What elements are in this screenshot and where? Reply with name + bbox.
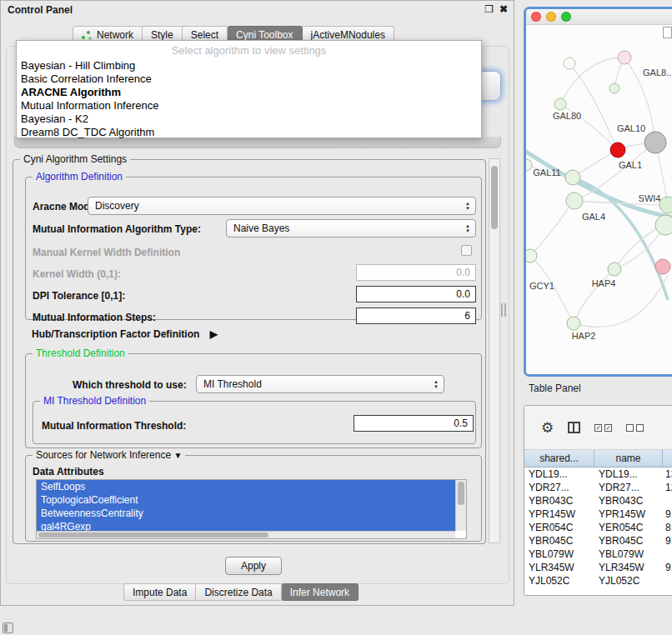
combo-arrows-icon: ▲▼	[434, 379, 439, 389]
network-node[interactable]	[564, 58, 575, 69]
table-row[interactable]: YPR145WYPR145W9.	[524, 508, 672, 521]
table-cell: 9.	[663, 508, 672, 521]
close-window-light[interactable]	[531, 12, 541, 22]
mi-steps-input[interactable]: 6	[356, 308, 476, 324]
select-all-columns-icon[interactable]: ✓✓	[594, 424, 612, 432]
network-edge[interactable]	[530, 205, 570, 256]
column-header-shared[interactable]: shared...	[524, 450, 594, 467]
table-row[interactable]: YJL052CYJL052C	[524, 574, 672, 588]
network-node[interactable]	[608, 262, 621, 276]
cyni-algorithm-settings-title: Cyni Algorithm Settings	[20, 153, 130, 165]
minimize-window-light[interactable]	[546, 12, 556, 22]
network-node[interactable]	[655, 215, 672, 235]
kernel-width-input: 0.0	[356, 264, 476, 281]
network-node[interactable]	[659, 197, 672, 213]
list-vertical-scrollbar[interactable]	[455, 480, 466, 531]
attribute-selfloops[interactable]: SelfLoops	[37, 480, 455, 493]
network-node[interactable]	[618, 51, 631, 64]
algorithm-option-bayesian-k2[interactable]: Bayesian - K2	[17, 112, 481, 126]
list-horizontal-scrollbar[interactable]	[37, 531, 455, 538]
data-attributes-listbox[interactable]: SelfLoopsTopologicalCoefficientBetweenne…	[36, 479, 467, 539]
expand-right-icon[interactable]: ▶	[210, 328, 218, 340]
table-cell: YJL052C	[524, 574, 594, 588]
algorithm-option-bayesian-hill-climbing[interactable]: Bayesian - Hill Climbing	[17, 59, 481, 72]
network-canvas[interactable]: GAL8...GAL80GAL10GAL11GAL1SWI4GAL4GCY1HA…	[526, 25, 672, 374]
panel-dock-icon[interactable]	[3, 622, 13, 633]
table-cell	[663, 494, 672, 508]
table-cell: YPR145W	[524, 508, 594, 521]
settings-vertical-scrollbar[interactable]	[489, 158, 500, 543]
mi-threshold-definition-title: MI Threshold Definition	[40, 395, 149, 407]
tab-infer-network[interactable]: Infer Network	[282, 583, 359, 601]
column-header-extra[interactable]	[663, 450, 672, 467]
network-edge[interactable]	[569, 63, 615, 144]
network-node[interactable]	[567, 317, 580, 330]
hub-definition-expander[interactable]: Hub/Transcription Factor Definition ▶	[32, 328, 218, 340]
network-node[interactable]	[554, 98, 566, 110]
network-view-window[interactable]: GAL8...GAL80GAL10GAL11GAL1SWI4GAL4GCY1HA…	[524, 7, 672, 377]
tab-impute-data[interactable]: Impute Data	[123, 583, 196, 601]
table-cell: YJL052C	[594, 574, 663, 588]
network-node[interactable]	[655, 259, 670, 274]
which-threshold-select[interactable]: MI Threshold ▲▼	[196, 375, 444, 393]
control-panel-titlebar[interactable]: Control Panel ❒ ✖	[1, 1, 514, 19]
float-window-icon[interactable]: ❒	[484, 3, 494, 15]
scrollbar-thumb[interactable]	[491, 166, 498, 229]
table-row[interactable]: YBR045CYBR045C9.	[524, 534, 672, 548]
table-row[interactable]: YBL079WYBL079W	[524, 548, 672, 561]
network-graph[interactable]: GAL8...GAL80GAL10GAL11GAL1SWI4GAL4GCY1HA…	[526, 25, 672, 377]
aracne-mode-select[interactable]: Discovery ▲▼	[88, 197, 476, 215]
attribute-betweennesscentrality[interactable]: BetweennessCentrality	[37, 507, 455, 520]
panel-splitter-grip[interactable]	[501, 303, 506, 317]
combo-arrows-icon: ▲▼	[465, 223, 470, 233]
dpi-tolerance-input[interactable]: 0.0	[356, 286, 476, 302]
table-row[interactable]: YER054CYER054C8.	[524, 521, 672, 534]
combo-arrows-icon: ▲▼	[465, 201, 470, 211]
apply-button[interactable]: Apply	[225, 557, 282, 575]
attribute-topologicalcoefficient[interactable]: TopologicalCoefficient	[37, 493, 455, 507]
network-scrollbar[interactable]	[663, 27, 672, 38]
manual-kernel-width-checkbox[interactable]	[461, 245, 472, 256]
network-node[interactable]	[526, 159, 532, 171]
algorithm-option-dream8-dc-tdc-algorithm[interactable]: Dream8 DC_TDC Algorithm	[17, 126, 481, 139]
table-toolbar: ⚙ ✓✓	[524, 406, 672, 450]
table-cell: YLR345W	[594, 561, 663, 574]
table-cell: YBR043C	[524, 494, 594, 508]
network-node[interactable]	[610, 142, 625, 158]
scrollbar-thumb[interactable]	[38, 532, 268, 538]
node-label-gal4: GAL4	[582, 212, 605, 222]
mi-algorithm-type-select[interactable]: Naive Bayes ▲▼	[226, 219, 476, 238]
tab-label: Network	[97, 29, 133, 41]
network-edge[interactable]	[526, 148, 672, 218]
network-node[interactable]	[644, 132, 666, 153]
network-window-titlebar[interactable]	[526, 9, 672, 25]
columns-icon[interactable]	[568, 422, 580, 433]
algorithm-option-basic-correlation-inference[interactable]: Basic Correlation Inference	[17, 72, 481, 86]
tab-discretize-data[interactable]: Discretize Data	[196, 583, 281, 601]
table-row[interactable]: YDR27...YDR27...12	[524, 481, 672, 494]
network-edge[interactable]	[614, 228, 658, 269]
column-header-name[interactable]: name	[594, 450, 663, 467]
cyni-algorithm-settings-group: Cyni Algorithm Settings Algorithm Defini…	[13, 159, 486, 544]
table-settings-icon[interactable]: ⚙	[541, 421, 554, 435]
deselect-all-columns-icon[interactable]	[626, 424, 644, 432]
mi-threshold-input[interactable]: 0.5	[354, 415, 474, 432]
algorithm-option-mutual-information-inference[interactable]: Mutual Information Inference	[17, 99, 481, 112]
table-cell: YPR145W	[594, 508, 663, 521]
network-node[interactable]	[609, 83, 619, 93]
zoom-window-light[interactable]	[561, 12, 571, 22]
table-cell: YLR345W	[524, 561, 594, 574]
network-node[interactable]	[566, 192, 583, 209]
table-row[interactable]: YBR043CYBR043C	[524, 494, 672, 508]
algorithm-option-aracne-algorithm[interactable]: ARACNE Algorithm	[17, 86, 481, 99]
network-edge[interactable]	[574, 275, 668, 327]
table-cell: YBL079W	[524, 548, 594, 561]
close-panel-icon[interactable]: ✖	[499, 3, 508, 15]
table-row[interactable]: YDL19...YDL19...13	[524, 468, 672, 481]
table-row[interactable]: YLR345WYLR345W9.	[524, 561, 672, 574]
network-node[interactable]	[565, 170, 580, 185]
collapse-down-icon[interactable]: ▼	[173, 451, 182, 460]
scrollbar-thumb[interactable]	[458, 482, 464, 505]
network-node[interactable]	[526, 249, 537, 262]
table-cell: 8.	[663, 521, 672, 534]
